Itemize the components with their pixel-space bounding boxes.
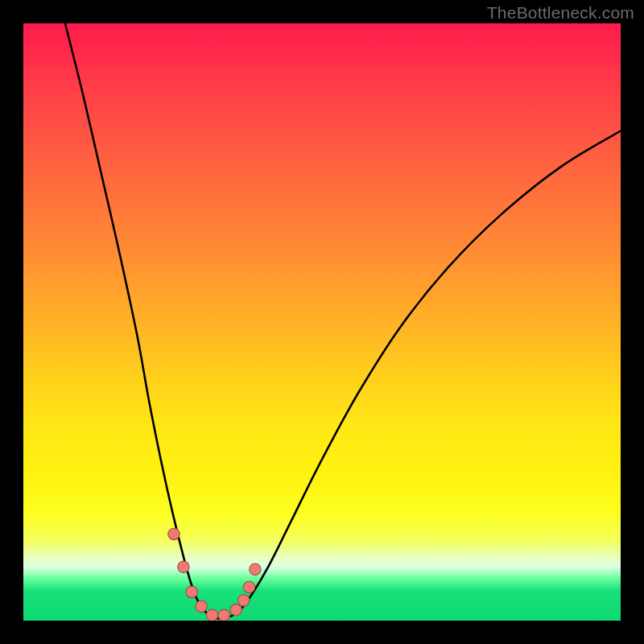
- highlight-dot: [238, 595, 250, 606]
- bottleneck-curve: [65, 23, 621, 619]
- highlight-dots: [168, 528, 261, 621]
- highlight-dot: [250, 564, 261, 575]
- plot-area: [23, 23, 621, 621]
- highlight-dot: [178, 561, 189, 572]
- highlight-dot: [196, 601, 207, 612]
- watermark-text: TheBottleneck.com: [487, 3, 634, 23]
- highlight-dot: [168, 528, 180, 539]
- chart-svg: [23, 23, 621, 621]
- chart-frame: TheBottleneck.com: [0, 0, 644, 644]
- highlight-dot: [206, 609, 217, 621]
- highlight-dot: [230, 604, 242, 615]
- highlight-dot: [186, 586, 197, 597]
- highlight-dot: [218, 609, 229, 621]
- highlight-dot: [243, 581, 254, 592]
